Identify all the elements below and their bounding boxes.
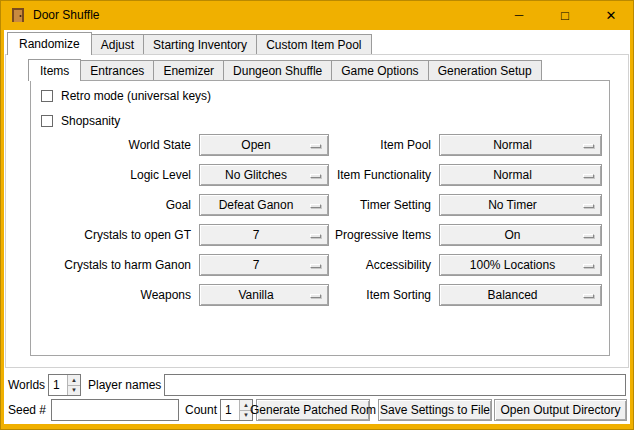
tab-enemizer[interactable]: Enemizer: [153, 60, 224, 80]
worlds-label: Worlds: [8, 374, 45, 396]
world-state-label: World State: [31, 134, 191, 156]
item-sorting-label: Item Sorting: [291, 284, 431, 306]
seed-label: Seed #: [8, 399, 46, 421]
retro-mode-label: Retro mode (universal keys): [61, 89, 211, 103]
crystals-open-gt-label: Crystals to open GT: [31, 224, 191, 246]
item-sorting-dropdown[interactable]: Balanced: [439, 284, 602, 306]
progressive-items-value: On: [504, 228, 520, 242]
tab-custom-item-pool[interactable]: Custom Item Pool: [256, 34, 371, 54]
randomize-panel: Items Entrances Enemizer Dungeon Shuffle…: [5, 54, 629, 368]
option-row: Logic Level No Glitches Item Functionali…: [31, 164, 609, 186]
app-icon: [10, 7, 26, 23]
count-spinbox[interactable]: 1 ▲ ▼: [220, 399, 253, 421]
item-sorting-value: Balanced: [487, 288, 537, 302]
timer-setting-label: Timer Setting: [291, 194, 431, 216]
count-label: Count: [185, 399, 217, 421]
timer-setting-dropdown[interactable]: No Timer: [439, 194, 602, 216]
items-panel: Retro mode (universal keys) Shopsanity W…: [30, 80, 610, 356]
worlds-spin-arrows: ▲ ▼: [67, 375, 80, 395]
tab-randomize[interactable]: Randomize: [7, 32, 92, 55]
player-names-label: Player names: [88, 374, 161, 396]
crystals-harm-ganon-value: 7: [253, 258, 260, 272]
save-settings-button[interactable]: Save Settings to File: [378, 399, 492, 421]
progressive-items-dropdown[interactable]: On: [439, 224, 602, 246]
goal-label: Goal: [31, 194, 191, 216]
shopsanity-label: Shopsanity: [61, 114, 120, 128]
minimize-icon[interactable]: ─: [496, 0, 542, 30]
window-content: Randomize Adjust Starting Inventory Cust…: [4, 30, 630, 424]
worlds-value: 1: [49, 375, 67, 395]
spin-down-icon[interactable]: ▼: [68, 386, 80, 396]
tab-adjust[interactable]: Adjust: [91, 34, 144, 54]
spin-up-icon[interactable]: ▲: [68, 375, 80, 386]
generate-patched-rom-button[interactable]: Generate Patched Rom: [256, 399, 370, 421]
tab-game-options[interactable]: Game Options: [331, 60, 428, 80]
player-names-input[interactable]: [164, 374, 626, 396]
timer-setting-value: No Timer: [488, 198, 537, 212]
count-value: 1: [221, 400, 239, 420]
open-output-directory-button[interactable]: Open Output Directory: [494, 399, 627, 421]
seed-input[interactable]: [51, 399, 179, 421]
main-tab-bar: Randomize Adjust Starting Inventory Cust…: [7, 31, 371, 54]
option-row: Crystals to harm Ganon 7 Accessibility 1…: [31, 254, 609, 276]
retro-mode-row: Retro mode (universal keys): [41, 88, 211, 103]
tab-starting-inventory[interactable]: Starting Inventory: [143, 34, 257, 54]
maximize-icon[interactable]: □: [542, 0, 588, 30]
option-row: Goal Defeat Ganon Timer Setting No Timer: [31, 194, 609, 216]
dropdown-indicator-icon: [583, 234, 594, 238]
progressive-items-label: Progressive Items: [291, 224, 431, 246]
option-row: Crystals to open GT 7 Progressive Items …: [31, 224, 609, 246]
titlebar[interactable]: Door Shuffle ─ □ ✕: [0, 0, 634, 30]
goal-value: Defeat Ganon: [219, 198, 294, 212]
retro-mode-checkbox[interactable]: [41, 90, 53, 102]
item-functionality-label: Item Functionality: [291, 164, 431, 186]
logic-level-value: No Glitches: [225, 168, 287, 182]
close-icon[interactable]: ✕: [588, 0, 634, 30]
accessibility-dropdown[interactable]: 100% Locations: [439, 254, 602, 276]
dropdown-indicator-icon: [583, 294, 594, 298]
logic-level-label: Logic Level: [31, 164, 191, 186]
option-row: World State Open Item Pool Normal: [31, 134, 609, 156]
accessibility-label: Accessibility: [291, 254, 431, 276]
tab-generation-setup[interactable]: Generation Setup: [428, 60, 542, 80]
tab-entrances[interactable]: Entrances: [80, 60, 154, 80]
item-functionality-value: Normal: [493, 168, 532, 182]
window-controls: ─ □ ✕: [496, 0, 634, 30]
dropdown-indicator-icon: [583, 174, 594, 178]
window-title: Door Shuffle: [33, 8, 100, 22]
shopsanity-checkbox[interactable]: [41, 115, 53, 127]
weapons-label: Weapons: [31, 284, 191, 306]
tab-dungeon-shuffle[interactable]: Dungeon Shuffle: [223, 60, 332, 80]
dropdown-indicator-icon: [583, 204, 594, 208]
tab-items[interactable]: Items: [28, 59, 81, 81]
world-state-value: Open: [241, 138, 270, 152]
option-row: Weapons Vanilla Item Sorting Balanced: [31, 284, 609, 306]
crystals-harm-ganon-label: Crystals to harm Ganon: [31, 254, 191, 276]
weapons-value: Vanilla: [238, 288, 273, 302]
app-window: Door Shuffle ─ □ ✕ Randomize Adjust Star…: [0, 0, 634, 430]
crystals-open-gt-value: 7: [253, 228, 260, 242]
sub-tab-bar: Items Entrances Enemizer Dungeon Shuffle…: [28, 59, 541, 80]
worlds-spinbox[interactable]: 1 ▲ ▼: [48, 374, 81, 396]
dropdown-indicator-icon: [583, 144, 594, 148]
item-functionality-dropdown[interactable]: Normal: [439, 164, 602, 186]
item-pool-label: Item Pool: [291, 134, 431, 156]
item-pool-value: Normal: [493, 138, 532, 152]
item-pool-dropdown[interactable]: Normal: [439, 134, 602, 156]
dropdown-indicator-icon: [583, 264, 594, 268]
shopsanity-row: Shopsanity: [41, 113, 120, 128]
accessibility-value: 100% Locations: [470, 258, 555, 272]
